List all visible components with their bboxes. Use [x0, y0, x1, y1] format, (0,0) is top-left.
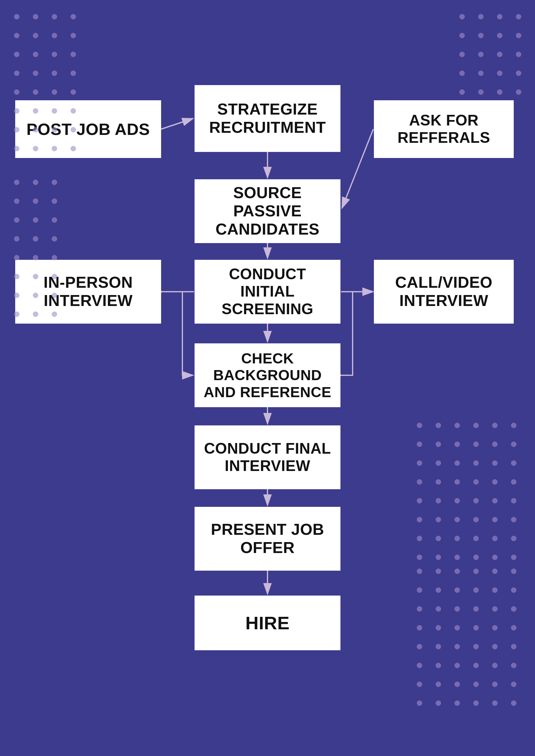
- box-hire: HIRE: [195, 596, 340, 650]
- flowchart-container: POST JOB ADS STRATEGIZERECRUITMENT ASK F…: [0, 0, 535, 756]
- box-present-job-offer: PRESENT JOBOFFER: [195, 507, 340, 571]
- box-conduct-initial-screening: CONDUCT INITIALSCREENING: [195, 260, 340, 324]
- box-inperson-interview: IN-PERSONINTERVIEW: [15, 260, 161, 324]
- box-check-background: CHECK BACKGROUNDAND REFERENCE: [195, 343, 340, 407]
- arrow-inperson-to-check: [161, 292, 193, 375]
- arrow-postjob-to-strategize: [161, 119, 193, 129]
- box-callvideo-label: CALL/VIDEOINTERVIEW: [395, 274, 493, 310]
- box-check-label: CHECK BACKGROUNDAND REFERENCE: [201, 350, 334, 400]
- box-screening-label: CONDUCT INITIALSCREENING: [201, 266, 334, 318]
- arrow-referrals-to-source: [342, 129, 373, 208]
- box-offer-label: PRESENT JOBOFFER: [211, 521, 324, 557]
- box-post-job-ads-label: POST JOB ADS: [26, 120, 150, 139]
- box-inperson-label: IN-PERSONINTERVIEW: [43, 274, 132, 310]
- box-ask-referrals: ASK FOR REFFERALS: [374, 100, 514, 158]
- arrow-callvideo-to-check: [342, 292, 373, 375]
- box-conduct-final-interview: CONDUCT FINALINTERVIEW: [195, 425, 340, 489]
- box-post-job-ads: POST JOB ADS: [15, 100, 161, 158]
- box-final-label: CONDUCT FINALINTERVIEW: [204, 440, 331, 475]
- box-strategize-recruitment: STRATEGIZERECRUITMENT: [195, 85, 340, 152]
- box-source-passive: SOURCE PASSIVECANDIDATES: [195, 179, 340, 243]
- box-strategize-label: STRATEGIZERECRUITMENT: [209, 100, 326, 137]
- box-hire-label: HIRE: [245, 612, 289, 634]
- box-callvideo-interview: CALL/VIDEOINTERVIEW: [374, 260, 514, 324]
- box-referrals-label: ASK FOR REFFERALS: [380, 112, 508, 147]
- box-source-label: SOURCE PASSIVECANDIDATES: [201, 184, 334, 238]
